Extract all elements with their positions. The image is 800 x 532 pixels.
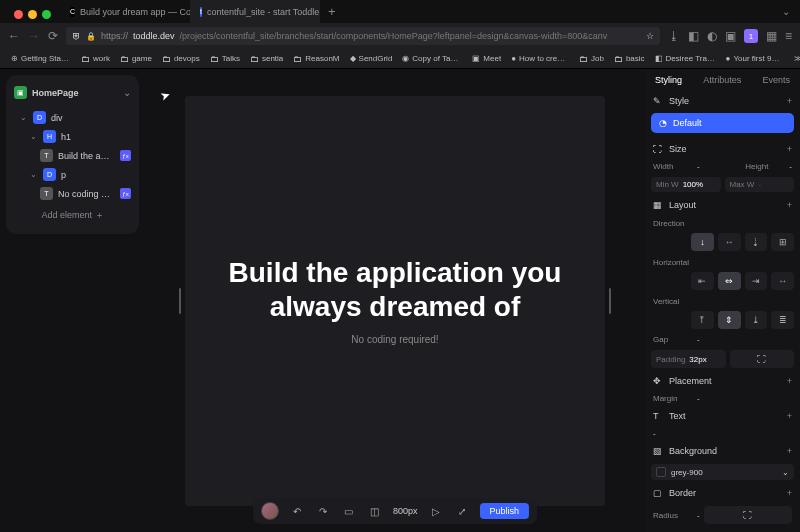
tab-attributes[interactable]: Attributes — [703, 75, 741, 85]
padding-expand[interactable]: ⛶ — [730, 350, 795, 368]
justify-between[interactable]: ≣ — [771, 311, 794, 329]
bookmark[interactable]: ●Your first 90 days a… — [723, 53, 787, 64]
add-button[interactable]: + — [787, 411, 792, 421]
chevron-down-icon[interactable]: ⌄ — [20, 113, 28, 122]
section-outline: ◻ Outline + — [651, 527, 794, 532]
bookmark-folder[interactable]: 🗀sentia — [247, 53, 286, 65]
publish-button[interactable]: Publish — [480, 503, 530, 519]
reload-button[interactable]: ⟳ — [48, 29, 58, 43]
chevron-down-icon[interactable]: ⌄ — [30, 132, 38, 141]
tree-node-text[interactable]: T No coding required! ƒx — [12, 184, 133, 203]
wand-icon: ✎ — [653, 96, 663, 106]
gap-value[interactable]: - — [697, 335, 700, 344]
radius-expand[interactable]: ⛶ — [704, 506, 792, 524]
add-button[interactable]: + — [787, 200, 792, 210]
background-color-field[interactable]: grey-900 ⌄ — [651, 464, 794, 480]
redo-button[interactable]: ↷ — [315, 503, 331, 519]
tree-node-div[interactable]: ⌄ D div — [12, 108, 133, 127]
canvas-heading[interactable]: Build the application you always dreamed… — [217, 256, 573, 323]
bookmark-folder[interactable]: 🗀devops — [159, 53, 203, 65]
bookmark[interactable]: ◉Copy of Tandermars… — [399, 53, 465, 64]
add-element-button[interactable]: Add element ＋ — [12, 203, 133, 224]
tab-styling[interactable]: Styling — [655, 75, 682, 85]
resize-handle[interactable] — [179, 288, 181, 314]
add-button[interactable]: + — [787, 446, 792, 456]
tab-2[interactable]: t contentful_site - start Toddle × — [190, 0, 320, 23]
bookmarks-overflow[interactable]: ≫ — [794, 54, 800, 63]
tablet-icon[interactable]: ◫ — [367, 503, 383, 519]
url-field[interactable]: ⛨ 🔒 https://toddle.dev/projects/contentf… — [66, 27, 660, 45]
align-center[interactable]: ⇔ — [718, 272, 741, 290]
layout-icon: ▦ — [653, 200, 663, 210]
avatar[interactable] — [261, 502, 279, 520]
align-stretch[interactable]: ↔ — [771, 272, 794, 290]
chevron-down-icon[interactable]: ⌄ — [123, 87, 131, 98]
direction-row[interactable]: ↔ — [718, 233, 741, 251]
tree-node-text[interactable]: T Build the application y ƒx — [12, 146, 133, 165]
bookmark-folder[interactable]: 🗀Job — [576, 53, 607, 65]
bookmark-folder[interactable]: 🗀Talks — [207, 53, 243, 65]
bookmark-folder[interactable]: 🗀basic — [611, 53, 648, 65]
extension-icon[interactable]: ▣ — [725, 29, 736, 43]
margin-value[interactable]: - — [697, 394, 700, 403]
tree-node-p[interactable]: ⌄ D p — [12, 165, 133, 184]
add-button[interactable]: + — [787, 144, 792, 154]
text-icon: T — [40, 149, 53, 162]
tab-events[interactable]: Events — [762, 75, 790, 85]
canvas[interactable]: Build the application you always dreamed… — [185, 96, 605, 506]
justify-center[interactable]: ⇕ — [718, 311, 741, 329]
add-button[interactable]: + — [787, 376, 792, 386]
align-end[interactable]: ⇥ — [745, 272, 768, 290]
bookmark[interactable]: ⊕Getting Started — [8, 53, 74, 64]
bookmark[interactable]: ◆SendGrid — [347, 53, 396, 64]
extension-icon[interactable]: 1 — [744, 29, 758, 43]
tab-1[interactable]: C Build your dream app — Cont × — [60, 0, 190, 23]
add-button[interactable]: + — [787, 488, 792, 498]
bookmark-folder[interactable]: 🗀game — [117, 53, 155, 65]
bookmark[interactable]: ●How to create a boo… — [508, 53, 572, 64]
bookmark-folder[interactable]: 🗀ReasonM — [290, 53, 342, 65]
radius-value[interactable]: - — [697, 511, 700, 520]
tree-root[interactable]: ▣ HomePage ⌄ — [12, 83, 133, 102]
min-width-field[interactable]: Min W100% — [651, 177, 721, 192]
back-button[interactable]: ← — [8, 29, 20, 43]
chevron-down-icon[interactable]: ⌄ — [782, 468, 789, 477]
direction-wrap[interactable]: ⭭ — [745, 233, 768, 251]
direction-column[interactable]: ↓ — [691, 233, 714, 251]
direction-grid[interactable]: ⊞ — [771, 233, 794, 251]
canvas-subheading[interactable]: No coding required! — [351, 334, 438, 345]
formula-icon[interactable]: ƒx — [120, 188, 131, 199]
justify-start[interactable]: ⤒ — [691, 311, 714, 329]
menu-icon[interactable]: ≡ — [785, 29, 792, 43]
padding-field[interactable]: Padding32px — [651, 350, 726, 368]
tree-node-h1[interactable]: ⌄ H h1 — [12, 127, 133, 146]
bookmark[interactable]: ▣Meet — [469, 53, 504, 64]
height-value[interactable]: - — [789, 162, 792, 171]
preview-button[interactable]: ▷ — [428, 503, 444, 519]
canvas-width[interactable]: 800px — [393, 506, 418, 516]
placement-icon: ✥ — [653, 376, 663, 386]
formula-icon[interactable]: ƒx — [120, 150, 131, 161]
new-tab-button[interactable]: + — [320, 4, 344, 19]
desktop-icon[interactable]: ▭ — [341, 503, 357, 519]
undo-button[interactable]: ↶ — [289, 503, 305, 519]
star-icon[interactable]: ☆ — [646, 31, 654, 41]
tab-favicon: t — [200, 7, 202, 17]
extension-icon[interactable]: ▦ — [766, 29, 777, 43]
extension-icon[interactable]: ◧ — [688, 29, 699, 43]
justify-end[interactable]: ⤓ — [745, 311, 768, 329]
forward-button[interactable]: → — [28, 29, 40, 43]
account-icon[interactable]: ◐ — [707, 29, 717, 43]
style-variant-default[interactable]: ◔ Default — [651, 113, 794, 133]
tabs-dropdown[interactable]: ⌄ — [772, 6, 800, 17]
chevron-down-icon[interactable]: ⌄ — [30, 170, 38, 179]
bookmark-folder[interactable]: 🗀work — [78, 53, 113, 65]
add-button[interactable]: + — [787, 96, 792, 106]
resize-handle[interactable] — [609, 288, 611, 314]
width-value[interactable]: - — [697, 162, 700, 171]
max-width-field[interactable]: Max W- — [725, 177, 795, 192]
align-start[interactable]: ⇤ — [691, 272, 714, 290]
bookmark[interactable]: ◧Desiree Tram | Resi… — [652, 53, 719, 64]
download-icon[interactable]: ⭳ — [668, 29, 680, 43]
settings-icon[interactable]: ⤢ — [454, 503, 470, 519]
